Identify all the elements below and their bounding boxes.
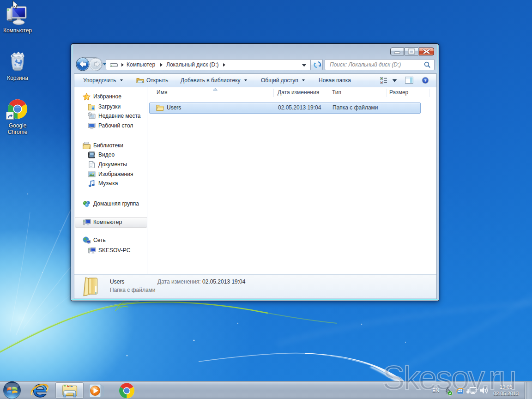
svg-text:?: ? <box>424 78 427 83</box>
